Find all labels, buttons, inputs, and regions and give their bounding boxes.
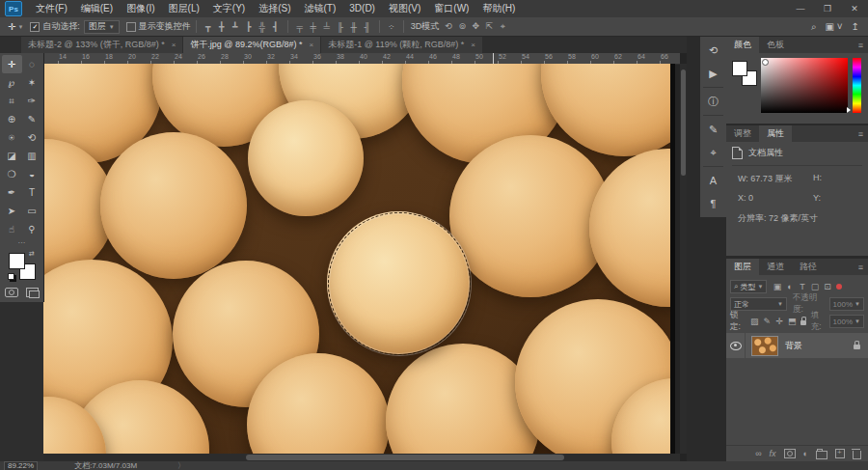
layers-tab-1[interactable]: 通道 bbox=[759, 259, 792, 275]
delete-layer-icon[interactable] bbox=[853, 451, 861, 459]
shape-tool[interactable]: ▭ bbox=[22, 202, 42, 220]
quick-mask-button[interactable] bbox=[5, 288, 18, 297]
width-field[interactable]: W: 67.73 厘米 bbox=[738, 173, 813, 185]
resolution-field[interactable]: 分辨率: 72 像素/英寸 bbox=[726, 203, 868, 225]
align-top-icon[interactable]: ┳ bbox=[202, 22, 215, 32]
fill-field[interactable]: 100%▼ bbox=[829, 315, 864, 328]
clone-source-panel-icon[interactable]: ⌖ bbox=[700, 141, 726, 164]
color-tab-1[interactable]: 色板 bbox=[759, 37, 792, 53]
saturation-brightness-field[interactable] bbox=[761, 58, 848, 113]
add-mask-icon[interactable] bbox=[784, 449, 796, 458]
properties-tab-1[interactable]: 属性 bbox=[759, 125, 792, 142]
align-left-icon[interactable]: ┣ bbox=[242, 22, 256, 32]
eraser-tool[interactable]: ◪ bbox=[2, 147, 22, 165]
status-expand-arrow[interactable]: 〉 bbox=[177, 460, 185, 470]
document-tab-2[interactable]: 未标题-1 @ 119% (颗粒, RGB/8#) *× bbox=[321, 36, 482, 53]
filter-smart-objects-icon[interactable]: ⊡ bbox=[821, 282, 833, 291]
properties-tab-0[interactable]: 调整 bbox=[726, 125, 759, 142]
document-tab-1[interactable]: 饼干.jpg @ 89.2%(RGB/8#) *× bbox=[183, 36, 320, 53]
info-panel-icon[interactable]: ⓘ bbox=[700, 90, 726, 113]
lock-move-icon[interactable]: ✛ bbox=[773, 317, 786, 326]
hue-slider-marker[interactable] bbox=[847, 107, 851, 113]
menu-item-6[interactable]: 滤镜(T) bbox=[298, 0, 343, 17]
link-layers-icon[interactable]: ∞ bbox=[755, 449, 761, 458]
align-right-icon[interactable]: ┫ bbox=[269, 22, 283, 32]
hand-tool[interactable]: ☝ bbox=[2, 220, 22, 238]
color-picker-marker[interactable] bbox=[762, 59, 769, 66]
brush-tool[interactable]: ✎ bbox=[22, 110, 42, 128]
move-tool[interactable]: ✛ bbox=[2, 55, 22, 73]
3d-orbit-icon[interactable]: ⟲ bbox=[442, 21, 455, 32]
menu-item-4[interactable]: 文字(Y) bbox=[206, 0, 252, 17]
menu-item-7[interactable]: 3D(D) bbox=[342, 0, 382, 17]
menu-item-5[interactable]: 选择(S) bbox=[252, 0, 297, 17]
menu-item-0[interactable]: 文件(F) bbox=[29, 0, 74, 17]
marquee-tool[interactable]: ◌ bbox=[22, 55, 42, 73]
blend-mode-dropdown[interactable]: 正常 ▼ bbox=[730, 297, 787, 311]
menu-item-10[interactable]: 帮助(H) bbox=[475, 0, 522, 17]
opacity-field[interactable]: 100%▼ bbox=[829, 297, 864, 311]
distribute-vcenter-icon[interactable]: ╪ bbox=[307, 22, 320, 32]
new-layer-icon[interactable] bbox=[835, 449, 845, 458]
hue-slider[interactable] bbox=[853, 58, 861, 113]
filter-adjustment-layers-icon[interactable]: ◐ bbox=[783, 282, 796, 291]
share-icon[interactable]: ↥ bbox=[852, 21, 859, 32]
clone-stamp-tool[interactable]: ⍟ bbox=[2, 128, 22, 147]
filter-type-layers-icon[interactable]: T bbox=[796, 282, 808, 291]
distribute-right-icon[interactable]: ╢ bbox=[361, 22, 374, 32]
align-vertical-center-icon[interactable]: ╋ bbox=[215, 22, 229, 32]
color-tab-0[interactable]: 颜色 bbox=[726, 37, 759, 53]
3d-roll-icon[interactable]: ⊚ bbox=[455, 21, 469, 32]
current-tool-chip[interactable]: ✛ ▼ bbox=[8, 21, 23, 32]
3d-pan-icon[interactable]: ✥ bbox=[469, 21, 482, 32]
layer-filter-dropdown[interactable]: ⌕ 类型 ▼ bbox=[730, 280, 767, 293]
tab-close-icon[interactable]: × bbox=[310, 41, 314, 49]
blur-tool[interactable]: ❍ bbox=[2, 165, 22, 183]
document-tab-0[interactable]: 未标题-2 @ 133% (饼干, RGB/8#) *× bbox=[21, 36, 182, 53]
lock-all-icon[interactable] bbox=[800, 320, 806, 325]
crop-tool[interactable]: ⌗ bbox=[2, 92, 22, 110]
horizontal-scrollbar[interactable] bbox=[43, 454, 680, 461]
tab-close-icon[interactable]: × bbox=[471, 41, 475, 49]
pen-tool[interactable]: ✒ bbox=[2, 183, 22, 202]
adjustment-layer-icon[interactable]: ◐ bbox=[803, 449, 808, 458]
menu-item-3[interactable]: 图层(L) bbox=[162, 0, 206, 17]
path-select-tool[interactable]: ➤ bbox=[2, 202, 22, 220]
filter-toggle[interactable] bbox=[836, 284, 842, 290]
restore-button[interactable]: ❐ bbox=[814, 0, 841, 17]
menu-item-2[interactable]: 图像(I) bbox=[120, 0, 161, 17]
show-transform-checkbox[interactable] bbox=[126, 22, 136, 32]
layer-visibility-toggle[interactable] bbox=[726, 333, 746, 358]
layers-tab-2[interactable]: 路径 bbox=[792, 259, 825, 275]
distribute-top-icon[interactable]: ╤ bbox=[293, 22, 307, 32]
x-field[interactable]: X: 0 bbox=[738, 193, 813, 203]
layer-row-background[interactable]: 背景 bbox=[726, 333, 868, 358]
filter-shape-layers-icon[interactable]: ▢ bbox=[808, 282, 821, 291]
lock-transparent-icon[interactable]: ▨ bbox=[748, 317, 761, 326]
filter-pixel-layers-icon[interactable]: ▣ bbox=[771, 282, 783, 291]
history-brush-tool[interactable]: ⟲ bbox=[22, 128, 42, 147]
default-colors-icon[interactable] bbox=[8, 273, 14, 280]
y-field[interactable]: Y: bbox=[813, 193, 868, 203]
distribute-spacing-icon[interactable]: ⁘ bbox=[385, 22, 398, 32]
gradient-tool[interactable]: ▥ bbox=[22, 147, 42, 165]
menu-item-9[interactable]: 窗口(W) bbox=[427, 0, 475, 17]
distribute-left-icon[interactable]: ╟ bbox=[334, 22, 347, 32]
brush-settings-panel-icon[interactable]: ✎ bbox=[700, 118, 726, 141]
foreground-color-swatch[interactable] bbox=[732, 61, 747, 76]
history-panel-icon[interactable]: ⟲ bbox=[700, 39, 726, 62]
layer-thumbnail[interactable] bbox=[751, 336, 778, 356]
new-group-icon[interactable] bbox=[816, 451, 827, 459]
character-panel-icon[interactable]: A bbox=[700, 169, 726, 192]
align-horizontal-center-icon[interactable]: ╬ bbox=[256, 22, 269, 32]
lasso-tool[interactable]: ℘ bbox=[2, 73, 22, 92]
actions-panel-icon[interactable]: ▶ bbox=[700, 62, 726, 85]
vertical-scrollbar[interactable] bbox=[680, 64, 687, 454]
3d-camera-icon[interactable]: ⌖ bbox=[496, 21, 509, 32]
zoom-level-field[interactable]: 89.22% bbox=[4, 461, 38, 470]
search-icon[interactable]: ⌕ bbox=[811, 21, 817, 33]
color-panel-menu-icon[interactable]: ≡ bbox=[858, 37, 868, 53]
properties-panel-menu-icon[interactable]: ≡ bbox=[858, 125, 868, 142]
layer-style-icon[interactable]: fx bbox=[770, 449, 776, 458]
foreground-color-swatch[interactable] bbox=[9, 253, 25, 269]
